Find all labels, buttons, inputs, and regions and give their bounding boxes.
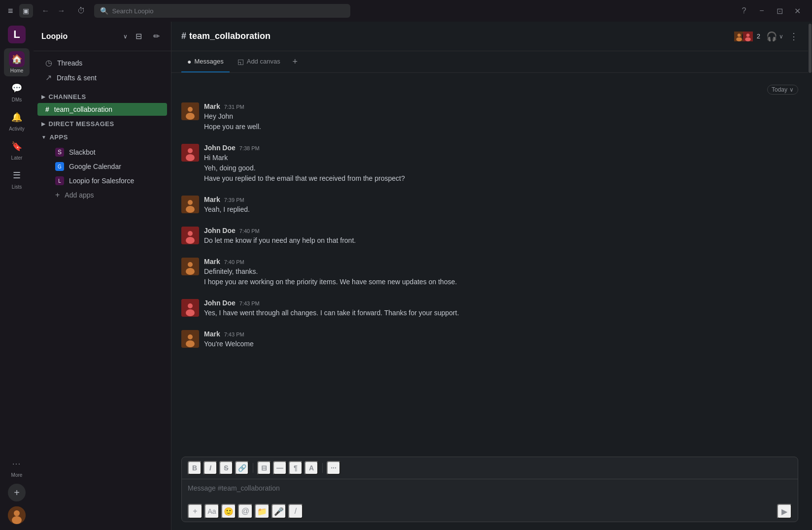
- add-attachment-button[interactable]: +: [188, 504, 203, 519]
- message-author-1: Mark: [204, 102, 220, 110]
- date-label[interactable]: Today ∨: [767, 85, 798, 95]
- message-time-6: 7:43 PM: [239, 300, 260, 306]
- restore-button[interactable]: ⊡: [773, 4, 786, 18]
- tab-messages[interactable]: ● Messages: [181, 51, 230, 72]
- sidebar-item-activity[interactable]: 🔔 Activity: [4, 106, 30, 134]
- sidebar-item-home[interactable]: 🏠 Home: [4, 48, 30, 76]
- slackbot-app-item[interactable]: S Slackbot: [37, 145, 167, 159]
- code-button[interactable]: A: [304, 461, 318, 475]
- list-button[interactable]: ⊟: [257, 461, 271, 475]
- message-time-5: 7:40 PM: [224, 259, 244, 265]
- send-button[interactable]: ▶: [777, 504, 792, 519]
- nav-buttons: ← →: [39, 4, 68, 18]
- add-apps-item[interactable]: + Add apps: [37, 188, 167, 202]
- message-group-6: John Doe 7:43 PM Yes, I have went throug…: [181, 297, 798, 320]
- dm-section-header[interactable]: ▶ Direct messages: [34, 116, 171, 130]
- loopio-salesforce-app-item[interactable]: L Loopio for Salesforce: [37, 174, 167, 188]
- sidebar-item-dms[interactable]: 💬 DMs: [4, 77, 30, 105]
- channel-area: # team_collaboration 2 🎧: [171, 22, 808, 530]
- sidebar-item-later[interactable]: 🔖 Later: [4, 135, 30, 164]
- call-button[interactable]: 🎧 ∨: [766, 31, 783, 42]
- google-calendar-app-item[interactable]: G Google Calendar: [37, 160, 167, 173]
- workspace-header: Loopio ∨ ⊟ ✏: [34, 22, 171, 51]
- svg-point-28: [188, 334, 193, 339]
- message-author-2: John Doe: [204, 144, 236, 152]
- link-button[interactable]: 🔗: [235, 461, 249, 475]
- sidebar-item-lists[interactable]: ☰ Lists: [4, 165, 30, 193]
- mark-avatar-1: [181, 102, 199, 120]
- format-text-button[interactable]: Aa: [204, 504, 219, 519]
- hamburger-icon[interactable]: ≡: [8, 6, 13, 16]
- activity-icon: 🔔: [9, 109, 25, 125]
- blockquote-button[interactable]: ¶: [289, 461, 303, 475]
- message-author-6: John Doe: [204, 299, 236, 307]
- emoji-button[interactable]: 🙂: [221, 504, 236, 519]
- channel-team-collaboration[interactable]: # team_collaboration: [37, 103, 167, 116]
- channel-name-label: team_collaboration: [54, 105, 112, 113]
- home-icon: 🏠: [9, 51, 25, 67]
- threads-nav-item[interactable]: ◷ Threads: [37, 56, 167, 70]
- message-input-field[interactable]: Message #team_collaboration: [182, 479, 798, 501]
- italic-button[interactable]: I: [203, 461, 217, 475]
- john-avatar-3: [181, 299, 199, 317]
- message-text-7: You're Welcome: [204, 339, 798, 349]
- john-avatar-1: [181, 144, 199, 162]
- channels-section-header[interactable]: ▶ Channels: [34, 89, 171, 102]
- audio-button[interactable]: 🎤: [271, 504, 286, 519]
- mention-button[interactable]: @: [238, 504, 253, 519]
- message-content-7: Mark 7:43 PM You're Welcome: [204, 330, 798, 349]
- slackbot-icon: S: [55, 148, 64, 157]
- svg-point-5: [736, 37, 742, 41]
- user-avatar[interactable]: [8, 506, 26, 524]
- message-header-4: John Doe 7:40 PM: [204, 227, 798, 234]
- close-button[interactable]: ✕: [790, 4, 804, 18]
- forward-button[interactable]: →: [55, 4, 68, 18]
- message-content-6: John Doe 7:43 PM Yes, I have went throug…: [204, 299, 798, 318]
- add-tab-button[interactable]: +: [288, 55, 302, 69]
- message-author-4: John Doe: [204, 227, 236, 234]
- svg-point-23: [186, 268, 195, 275]
- message-author-3: Mark: [204, 196, 220, 203]
- message-content-1: Mark 7:31 PM Hey John Hope you are well.: [204, 102, 798, 132]
- input-toolbar: B I S 🔗 ⊟ — ¶ A ···: [182, 457, 798, 479]
- help-button[interactable]: ?: [737, 4, 751, 18]
- files-button[interactable]: 📁: [255, 504, 270, 519]
- message-time-1: 7:31 PM: [224, 104, 244, 110]
- later-label: Later: [11, 155, 23, 161]
- workspace-name[interactable]: Loopio: [41, 32, 119, 41]
- message-content-5: Mark 7:40 PM Definitely, thanks. I hope …: [204, 258, 798, 287]
- tab-add-canvas[interactable]: ◱ Add canvas: [232, 51, 286, 72]
- message-time-4: 7:40 PM: [239, 228, 260, 234]
- john-avatar-2: [181, 227, 199, 244]
- svg-point-4: [737, 33, 741, 37]
- ordered-list-button[interactable]: —: [273, 461, 287, 475]
- bold-button[interactable]: B: [188, 461, 202, 475]
- input-placeholder: Message #team_collaboration: [188, 484, 280, 492]
- members-button[interactable]: 2: [733, 31, 760, 42]
- channel-header-right: 2 🎧 ∨ ⋮: [733, 31, 798, 42]
- strikethrough-button[interactable]: S: [219, 461, 233, 475]
- message-author-7: Mark: [204, 330, 220, 338]
- search-bar[interactable]: 🔍 Search Loopio: [94, 4, 350, 18]
- apps-section-header[interactable]: ▼ Apps: [34, 130, 171, 143]
- minimize-button[interactable]: −: [755, 4, 769, 18]
- compose-button[interactable]: ✏: [149, 30, 163, 43]
- drafts-nav-item[interactable]: ↗ Drafts & sent: [37, 70, 167, 85]
- more-formatting-button[interactable]: ···: [327, 461, 340, 475]
- history-button[interactable]: ⏱: [74, 4, 88, 18]
- channels-chevron-icon: ▶: [41, 94, 46, 99]
- app-logo[interactable]: L: [8, 26, 26, 43]
- sidebar-item-more[interactable]: ··· More: [4, 453, 30, 481]
- member-avatars: [733, 31, 754, 42]
- sidebar-toggle-btn[interactable]: ▣: [19, 4, 33, 18]
- lists-label: Lists: [12, 184, 22, 190]
- add-apps-label: Add apps: [65, 191, 94, 199]
- more-options-button[interactable]: ⋮: [789, 31, 798, 42]
- more-icon: ···: [9, 456, 25, 471]
- message-group-3: Mark 7:39 PM Yeah, I replied.: [181, 194, 798, 217]
- slash-command-button[interactable]: /: [288, 504, 303, 519]
- back-button[interactable]: ←: [39, 4, 53, 18]
- filter-button[interactable]: ⊟: [132, 30, 145, 43]
- svg-point-19: [188, 231, 193, 236]
- add-workspace-button[interactable]: +: [8, 484, 26, 501]
